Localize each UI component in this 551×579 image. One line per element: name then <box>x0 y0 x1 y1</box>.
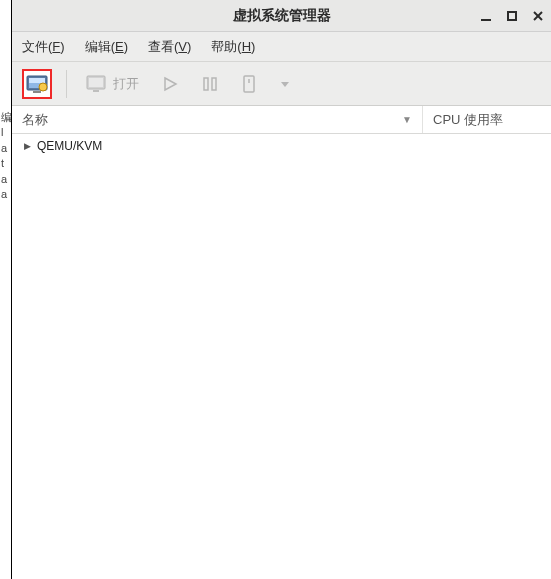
connection-list[interactable]: ▶ QEMU/KVM <box>12 134 551 579</box>
close-button[interactable] <box>531 9 545 23</box>
minimize-icon <box>480 10 492 22</box>
svg-rect-1 <box>508 12 516 20</box>
svg-rect-10 <box>89 78 103 87</box>
open-button[interactable]: 打开 <box>81 69 143 99</box>
expand-icon[interactable]: ▶ <box>24 141 31 151</box>
maximize-icon <box>506 10 518 22</box>
pause-button[interactable] <box>197 69 223 99</box>
column-cpu-label: CPU 使用率 <box>433 111 503 129</box>
minimize-button[interactable] <box>479 9 493 23</box>
new-vm-icon <box>26 74 48 94</box>
svg-rect-14 <box>212 78 216 90</box>
open-label: 打开 <box>113 75 139 93</box>
menu-edit[interactable]: 编辑(E) <box>85 38 128 56</box>
column-cpu[interactable]: CPU 使用率 <box>423 106 551 133</box>
svg-rect-15 <box>244 76 254 92</box>
svg-rect-6 <box>29 78 45 83</box>
svg-rect-13 <box>204 78 208 90</box>
titlebar: 虚拟系统管理器 <box>12 0 551 32</box>
svg-marker-17 <box>281 82 289 87</box>
toolbar: 打开 <box>12 62 551 106</box>
run-button[interactable] <box>157 69 183 99</box>
column-name[interactable]: 名称 ▼ <box>12 106 423 133</box>
shutdown-menu-button[interactable] <box>275 69 295 99</box>
menubar: 文件(F) 编辑(E) 查看(V) 帮助(H) <box>12 32 551 62</box>
menu-help[interactable]: 帮助(H) <box>211 38 255 56</box>
column-name-label: 名称 <box>22 111 48 129</box>
sort-indicator-icon: ▼ <box>402 114 412 125</box>
menu-file[interactable]: 文件(F) <box>22 38 65 56</box>
svg-point-7 <box>39 83 47 91</box>
window-title: 虚拟系统管理器 <box>233 7 331 25</box>
columns-header: 名称 ▼ CPU 使用率 <box>12 106 551 134</box>
svg-rect-11 <box>93 90 99 92</box>
monitor-icon <box>85 74 107 94</box>
maximize-button[interactable] <box>505 9 519 23</box>
menu-view[interactable]: 查看(V) <box>148 38 191 56</box>
window-controls <box>479 9 545 23</box>
list-item-label: QEMU/KVM <box>37 139 102 153</box>
svg-marker-12 <box>165 78 176 90</box>
close-icon <box>532 10 544 22</box>
toolbar-separator <box>66 70 67 98</box>
play-icon <box>161 75 179 93</box>
chevron-down-icon <box>279 78 291 90</box>
svg-rect-8 <box>33 91 41 93</box>
shutdown-icon <box>241 74 257 94</box>
list-item[interactable]: ▶ QEMU/KVM <box>12 134 551 158</box>
shutdown-button[interactable] <box>237 69 261 99</box>
background-window-strip: 编 l a t a a <box>0 0 12 579</box>
svg-rect-0 <box>481 19 491 21</box>
new-vm-button[interactable] <box>22 69 52 99</box>
pause-icon <box>201 75 219 93</box>
